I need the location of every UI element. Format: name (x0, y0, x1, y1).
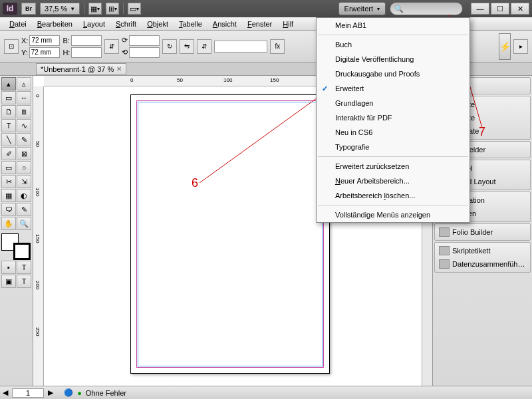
swatch-toggle[interactable] (1, 233, 31, 260)
scale-y-field[interactable] (129, 47, 160, 58)
ref-point-icon[interactable]: ⊡ (4, 39, 19, 54)
free-transform-tool[interactable]: ⇲ (17, 175, 31, 188)
ws-item-erweitert[interactable]: ✓Erweitert (317, 81, 469, 96)
stroke-weight-field[interactable] (214, 41, 267, 53)
menu-datei[interactable]: Datei (4, 19, 32, 29)
type-path-tool[interactable]: ∿ (17, 119, 31, 132)
line-tool[interactable]: ╲ (1, 133, 16, 146)
close-tab-icon[interactable]: ✕ (116, 65, 122, 72)
y-field[interactable] (29, 47, 60, 58)
arrange-docs-icon[interactable]: ▭▾ (128, 3, 141, 15)
ws-item-neu-cs6[interactable]: Neu in CS6 (317, 125, 469, 140)
bridge-button[interactable]: Br (21, 3, 36, 15)
content-placer-tool[interactable]: 🗎 (17, 105, 31, 118)
ws-item-proofs[interactable]: Druckausgabe und Proofs (317, 66, 469, 81)
zoom-dropdown[interactable]: 37,5 %▼ (40, 3, 80, 15)
link-wh-icon[interactable]: ⇵ (104, 39, 119, 54)
ws-delete[interactable]: Arbeitsbereich löschen... (317, 188, 469, 203)
apply-none-tool[interactable]: T (17, 261, 31, 274)
search-icon: 🔍 (394, 5, 404, 13)
ws-reset[interactable]: Erweitert zurücksetzen (317, 159, 469, 174)
annotation-6: 6 (192, 176, 198, 190)
menu-layout[interactable]: Layout (78, 19, 110, 29)
search-input[interactable]: 🔍 (390, 2, 463, 15)
status-bar: ◀1▶ 🔵 ●Ohne Fehler (0, 386, 532, 399)
gradient-feather-tool[interactable]: ◐ (17, 189, 31, 202)
selection-tool[interactable]: ▴ (1, 77, 16, 90)
chevron-down-icon: ▾ (377, 6, 380, 12)
normal-view-tool[interactable]: ▣ (1, 275, 16, 288)
ruler-vertical: 0 50 100 150 200 250 (33, 86, 44, 386)
x-field[interactable] (29, 35, 60, 46)
ws-full-menus[interactable]: Vollständige Menüs anzeigen (317, 207, 469, 222)
ellipse-tool[interactable]: ○ (17, 161, 31, 174)
note-tool[interactable]: 🗨 (1, 203, 16, 216)
eyedropper-tool[interactable]: ✎ (17, 203, 31, 216)
panel-script-label[interactable]: Skriptetikett (436, 244, 529, 257)
type-tool[interactable]: T (1, 119, 16, 132)
pencil-tool[interactable]: ✐ (1, 147, 16, 160)
direct-selection-tool[interactable]: ▵ (17, 77, 31, 90)
fx-icon[interactable]: fx (270, 39, 285, 54)
chevron-down-icon: ▼ (70, 6, 75, 12)
height-field[interactable] (71, 47, 102, 58)
hand-tool[interactable]: ✋ (1, 217, 16, 230)
toolbox: ▴▵ ▭↔ 🗋🗎 T∿ ╲✎ ✐⊠ ▭○ ✂⇲ ▦◐ 🗨✎ ✋🔍 ▪T ▣T (0, 76, 33, 386)
menu-objekt[interactable]: Objekt (142, 19, 174, 29)
content-collector-tool[interactable]: 🗋 (1, 105, 16, 118)
ws-item-grundlagen[interactable]: Grundlagen (317, 96, 469, 110)
ws-item-buch[interactable]: Buch (317, 37, 469, 52)
screen-mode-icon[interactable]: ⊞▾ (106, 3, 119, 15)
ws-item-mein-ab1[interactable]: Mein AB1 (317, 18, 469, 33)
rotate-icon[interactable]: ↻ (162, 39, 177, 54)
zoom-tool[interactable]: 🔍 (17, 217, 31, 230)
workspace-menu: Mein AB1 Buch Digitale Veröffentlichung … (316, 17, 470, 223)
menu-fenster[interactable]: Fenster (242, 19, 277, 29)
document-tab[interactable]: *Unbenannt-1 @ 37 % ✕ (36, 63, 126, 75)
page (130, 94, 330, 374)
rect-frame-tool[interactable]: ⊠ (17, 147, 31, 160)
preview-tool[interactable]: T (17, 275, 31, 288)
page-tool[interactable]: ▭ (1, 91, 16, 104)
gap-tool[interactable]: ↔ (17, 91, 31, 104)
ws-item-digital[interactable]: Digitale Veröffentlichung (317, 52, 469, 66)
annotation-7: 7 (479, 125, 485, 139)
width-field[interactable] (71, 35, 102, 46)
preflight-status[interactable]: Ohne Fehler (86, 389, 126, 397)
scissors-tool[interactable]: ✂ (1, 175, 16, 188)
workspace-dropdown[interactable]: Erweitert▾ (338, 2, 386, 15)
panel-folio-builder[interactable]: Folio Builder (436, 225, 529, 239)
app-logo-icon: Id (3, 3, 17, 15)
page-number[interactable]: 1 (12, 388, 44, 398)
flip-v-icon[interactable]: ⇵ (197, 39, 211, 54)
menu-tabelle[interactable]: Tabelle (174, 19, 207, 29)
apply-color-tool[interactable]: ▪ (1, 261, 16, 274)
menu-hilfe[interactable]: Hilf (277, 19, 299, 29)
minimize-button[interactable]: — (471, 3, 489, 15)
panel-data-merge[interactable]: Datenzusammenfüh… (436, 257, 529, 271)
ws-item-typografie[interactable]: Typografie (317, 140, 469, 154)
menu-bearbeiten[interactable]: Bearbeiten (32, 19, 78, 29)
pen-tool[interactable]: ✎ (17, 133, 31, 146)
view-options-icon[interactable]: ▦▾ (88, 3, 102, 15)
ws-item-pdf[interactable]: Interaktiv für PDF (317, 110, 469, 125)
quick-apply-icon[interactable]: ⚡ (499, 33, 511, 60)
title-bar: Id Br 37,5 %▼ ▦▾ ⊞▾ ▭▾ Erweitert▾ 🔍 — ☐ … (0, 0, 532, 17)
gradient-swatch-tool[interactable]: ▦ (1, 189, 16, 202)
close-button[interactable]: ✕ (511, 3, 529, 15)
scale-x-field[interactable] (129, 35, 160, 46)
menu-ansicht[interactable]: Ansicht (207, 19, 242, 29)
collapse-icon[interactable]: ▸ (513, 39, 528, 54)
rect-tool[interactable]: ▭ (1, 161, 16, 174)
check-icon: ✓ (322, 84, 328, 93)
maximize-button[interactable]: ☐ (491, 3, 509, 15)
flip-h-icon[interactable]: ⇋ (180, 39, 194, 54)
ws-new[interactable]: Neuer Arbeitsbereich... (317, 174, 469, 188)
menu-schrift[interactable]: Schrift (110, 19, 142, 29)
